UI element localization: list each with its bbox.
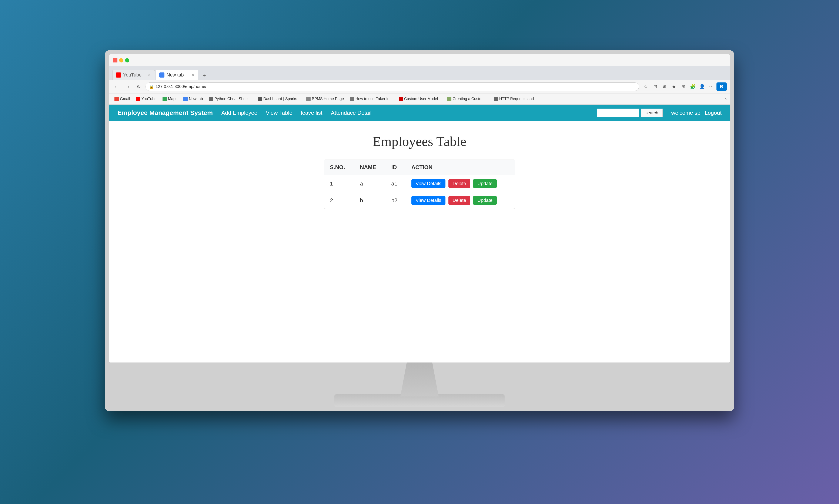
bookmark-maps-label: Maps <box>168 97 177 101</box>
close-window-btn[interactable] <box>113 58 117 62</box>
tab-close-icon[interactable]: ✕ <box>191 72 195 77</box>
app-search-form: search <box>597 109 663 117</box>
extensions-button[interactable]: 🧩 <box>688 83 697 91</box>
app-navbar: Employee Management System Add Employee … <box>109 105 730 121</box>
bookmark-creating[interactable]: Creating a Custom... <box>445 96 490 102</box>
cell-id-2: b2 <box>385 192 405 209</box>
bookmark-youtube[interactable]: YouTube <box>134 96 159 102</box>
forward-button[interactable]: → <box>123 83 132 91</box>
address-url: 127.0.0.1:8000/emp/home/ <box>155 84 206 89</box>
monitor-screen: YouTube ✕ New tab ✕ + ← → ↻ <box>109 54 730 362</box>
bookmark-custom-label: Custom User Model... <box>404 97 441 101</box>
browser-addressbar: ← → ↻ 🔒 127.0.0.1:8000/emp/home/ ☆ ⊡ ⊕ ★ <box>109 80 730 93</box>
bookmark-http-label: HTTP Requests and... <box>499 97 537 101</box>
bookmark-http[interactable]: HTTP Requests and... <box>492 96 539 102</box>
faker-favicon-icon <box>350 97 354 101</box>
nav-view-table[interactable]: View Table <box>266 110 292 116</box>
bookmark-faker[interactable]: How to use Faker in... <box>347 96 395 102</box>
python-favicon-icon <box>209 97 213 101</box>
bookmark-python-label: Python Cheat Sheet... <box>215 97 252 101</box>
http-favicon-icon <box>494 97 498 101</box>
profile-button[interactable]: 👤 <box>698 83 706 91</box>
new-tab-btn[interactable]: + <box>200 71 208 80</box>
monitor: YouTube ✕ New tab ✕ + ← → ↻ <box>105 50 734 411</box>
back-button[interactable]: ← <box>112 83 121 91</box>
browser-titlebar <box>109 54 730 66</box>
cell-actions-1: View Details Delete Update <box>406 175 515 192</box>
tab-youtube[interactable]: YouTube ✕ <box>112 70 155 80</box>
search-input[interactable] <box>597 109 639 117</box>
table-row: 2 b b2 View Details Delete Update <box>324 192 515 209</box>
bookmark-faker-label: How to use Faker in... <box>355 97 393 101</box>
bookmark-bpms-label: BPMS|Home Page <box>312 97 344 101</box>
col-sno: S.NO. <box>324 160 354 175</box>
welcome-text: welcome sp <box>671 110 700 116</box>
cell-name-1: a <box>354 175 385 192</box>
favorites-button[interactable]: ★ <box>670 83 678 91</box>
cell-sno-1: 1 <box>324 175 354 192</box>
nav-leave-list[interactable]: leave list <box>301 110 322 116</box>
app-brand: Employee Management System <box>117 109 213 116</box>
more-menu-button[interactable]: ⋯ <box>707 83 716 91</box>
bookmark-bpms[interactable]: BPMS|Home Page <box>304 96 346 102</box>
delete-btn-2[interactable]: Delete <box>448 196 470 205</box>
cell-sno-2: 2 <box>324 192 354 209</box>
maximize-window-btn[interactable] <box>125 58 129 62</box>
app-user-info: welcome sp Logout <box>671 110 722 116</box>
browser-tabs: YouTube ✕ New tab ✕ + <box>109 66 730 80</box>
monitor-stand <box>388 362 451 396</box>
table-header-row: S.NO. NAME ID ACTION <box>324 160 515 175</box>
newtab-favicon-icon <box>159 72 165 77</box>
update-btn-1[interactable]: Update <box>473 179 497 188</box>
bookmark-newtab[interactable]: New tab <box>181 96 205 102</box>
tab-newtab[interactable]: New tab ✕ <box>156 70 198 80</box>
reading-mode-button[interactable]: ⊡ <box>651 83 660 91</box>
tab-close-icon[interactable]: ✕ <box>148 72 151 77</box>
app-content: Employee Management System Add Employee … <box>109 105 730 362</box>
tab-youtube-label: YouTube <box>123 72 141 78</box>
page-title: Employees Table <box>117 134 722 149</box>
bookmark-custom[interactable]: Custom User Model... <box>396 96 443 102</box>
zoom-button[interactable]: ⊕ <box>660 83 669 91</box>
lock-icon: 🔒 <box>149 84 154 89</box>
logout-button[interactable]: Logout <box>705 110 722 116</box>
search-button[interactable]: search <box>641 109 663 117</box>
bookmarks-bar: Gmail YouTube Maps New tab Python Cheat … <box>109 93 730 105</box>
delete-btn-1[interactable]: Delete <box>448 179 470 188</box>
bookmark-python[interactable]: Python Cheat Sheet... <box>207 96 254 102</box>
address-field[interactable]: 🔒 127.0.0.1:8000/emp/home/ <box>145 83 639 91</box>
table-body: 1 a a1 View Details Delete Update <box>324 175 515 209</box>
creating-favicon-icon <box>447 97 451 101</box>
nav-attendance-detail[interactable]: Attendace Detail <box>331 110 372 116</box>
view-details-btn-1[interactable]: View Details <box>411 179 446 188</box>
table-head: S.NO. NAME ID ACTION <box>324 160 515 175</box>
gmail-favicon-icon <box>115 97 119 101</box>
refresh-icon: ↻ <box>137 84 141 90</box>
bookmark-dashboard[interactable]: Dashboard | Sparks... <box>256 96 303 102</box>
newtab-favicon-icon <box>183 97 188 101</box>
nav-add-employee[interactable]: Add Employee <box>221 110 257 116</box>
update-btn-2[interactable]: Update <box>473 196 497 205</box>
bookmark-dashboard-label: Dashboard | Sparks... <box>263 97 301 101</box>
col-action: ACTION <box>406 160 515 175</box>
bookmark-star-button[interactable]: ☆ <box>641 83 650 91</box>
bookmarks-more-button[interactable]: › <box>725 96 727 101</box>
tab-newtab-label: New tab <box>167 72 184 78</box>
bookmark-newtab-label: New tab <box>189 97 203 101</box>
toolbar-icons: ☆ ⊡ ⊕ ★ ⊞ 🧩 👤 ⋯ B <box>641 83 727 91</box>
col-id: ID <box>385 160 405 175</box>
custom-favicon-icon <box>399 97 403 101</box>
collections-button[interactable]: ⊞ <box>679 83 687 91</box>
back-icon: ← <box>114 84 119 90</box>
refresh-button[interactable]: ↻ <box>134 83 143 91</box>
view-details-btn-2[interactable]: View Details <box>411 196 446 205</box>
table-row: 1 a a1 View Details Delete Update <box>324 175 515 192</box>
col-name: NAME <box>354 160 385 175</box>
bookmark-gmail[interactable]: Gmail <box>112 96 132 102</box>
bookmark-maps[interactable]: Maps <box>160 96 179 102</box>
bing-icon[interactable]: B <box>717 83 727 91</box>
bpms-favicon-icon <box>306 97 311 101</box>
dashboard-favicon-icon <box>258 97 262 101</box>
cell-actions-2: View Details Delete Update <box>406 192 515 209</box>
minimize-window-btn[interactable] <box>119 58 123 62</box>
